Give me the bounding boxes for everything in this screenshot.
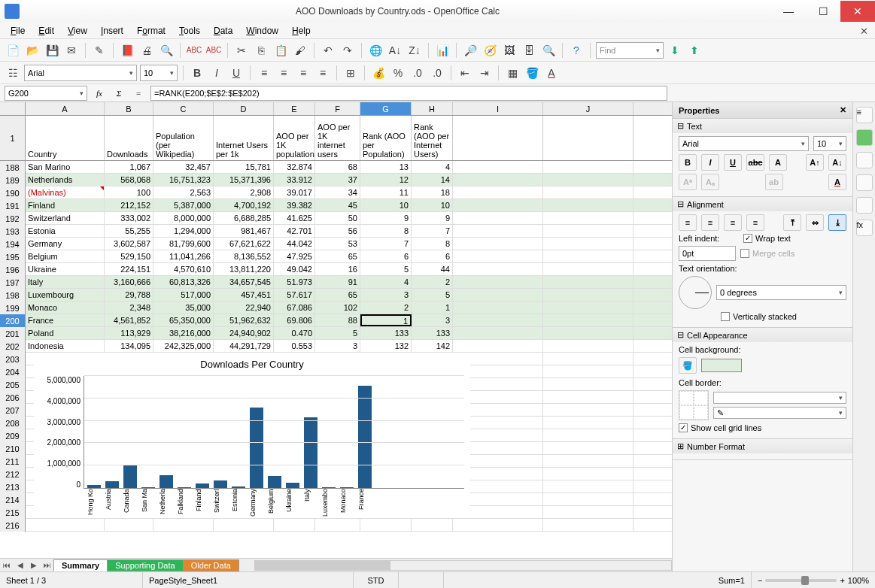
bold-icon[interactable]: B [189, 65, 205, 81]
cell[interactable] [543, 186, 633, 199]
find-input[interactable]: Find▾ [596, 42, 664, 59]
cell[interactable] [543, 506, 633, 518]
cell[interactable]: 29,788 [105, 289, 153, 301]
section-appearance[interactable]: ⊟ Cell Appearance [673, 328, 852, 342]
row-header[interactable]: 200 [0, 314, 26, 327]
cell[interactable]: 3,602,587 [105, 238, 153, 250]
merge-cells-checkbox[interactable]: Merge cells [740, 249, 794, 258]
cell[interactable]: 457,451 [214, 289, 274, 301]
cell[interactable]: 134,095 [105, 340, 153, 352]
zoom-out-icon[interactable]: − [758, 576, 762, 585]
cell[interactable]: (Malvinas) [26, 186, 105, 199]
help-icon[interactable]: ? [568, 42, 585, 59]
row-header[interactable]: 189 [0, 174, 26, 186]
cell[interactable] [543, 314, 633, 326]
panel-highlight-icon[interactable]: ab [765, 174, 783, 190]
cell[interactable]: France [26, 314, 105, 326]
cell[interactable]: 8,136,552 [214, 250, 274, 262]
font-size-input[interactable]: 10▾ [140, 65, 178, 81]
cell[interactable]: 88 [315, 314, 360, 326]
maximize-button[interactable]: ☐ [806, 1, 840, 22]
sheet-tab-older[interactable]: Older Data [183, 559, 239, 571]
tab-first-icon[interactable]: ⏮ [0, 561, 14, 569]
find-icon[interactable]: 🔎 [462, 42, 479, 59]
row-header[interactable]: 215 [0, 506, 26, 519]
cell[interactable]: 133 [360, 327, 412, 339]
panel-size-input[interactable]: 10▾ [813, 136, 846, 151]
cell[interactable] [543, 442, 633, 454]
cell[interactable]: 53 [315, 238, 360, 250]
sb-mode[interactable]: STD [354, 572, 399, 588]
sb-sheet[interactable]: Sheet 1 / 3 [0, 572, 143, 588]
cell[interactable]: 55,255 [105, 225, 153, 237]
cell[interactable]: Finland [26, 199, 105, 211]
find-next-icon[interactable]: ⬇ [667, 42, 683, 59]
row-header-1[interactable]: 1 [0, 116, 26, 160]
cell[interactable]: 37 [315, 174, 360, 186]
panel-shrink-icon[interactable]: A↓ [828, 154, 846, 171]
undo-icon[interactable]: ↶ [320, 42, 336, 59]
cell[interactable]: 2 [412, 276, 453, 288]
cell[interactable]: 4,561,852 [105, 314, 153, 326]
hyperlink-icon[interactable]: 🌐 [367, 42, 384, 59]
sum-icon[interactable]: Σ [111, 86, 126, 101]
cell[interactable]: 529,150 [105, 250, 153, 262]
cell[interactable]: 1 [412, 302, 453, 314]
cell[interactable]: 2 [360, 302, 412, 314]
panel-grow-icon[interactable]: A↑ [806, 154, 824, 171]
cell[interactable]: 67.086 [274, 302, 315, 314]
row-header[interactable]: 214 [0, 493, 26, 506]
cell[interactable] [543, 212, 633, 224]
redo-icon[interactable]: ↷ [339, 42, 356, 59]
section-alignment[interactable]: ⊟ Alignment [673, 197, 852, 211]
chart[interactable]: Downloads Per Country5,000,0004,000,0003… [34, 353, 470, 518]
row-header[interactable]: 209 [0, 429, 26, 442]
zoom-value[interactable]: 100% [848, 576, 869, 585]
panel-valign-top-icon[interactable]: ⤒ [783, 214, 801, 231]
row-header[interactable]: 193 [0, 225, 26, 238]
row-header[interactable]: 199 [0, 302, 26, 314]
cell[interactable]: 42.701 [274, 225, 315, 237]
cell[interactable] [543, 276, 633, 288]
currency-icon[interactable]: 💰 [370, 65, 387, 81]
cell[interactable] [453, 327, 543, 339]
cell[interactable]: Indonesia [26, 340, 105, 352]
find-prev-icon[interactable]: ⬆ [686, 42, 703, 59]
cell[interactable] [543, 404, 633, 416]
cell[interactable]: 6,688,285 [214, 212, 274, 224]
percent-icon[interactable]: % [390, 65, 406, 81]
row-header[interactable]: 194 [0, 238, 26, 250]
panel-align-center-icon[interactable]: ≡ [701, 214, 719, 231]
border-diagram[interactable] [679, 390, 709, 420]
row-header[interactable]: 206 [0, 391, 26, 404]
cell[interactable]: 333,002 [105, 212, 153, 224]
col-header-d[interactable]: D [214, 102, 274, 115]
zoom-icon[interactable]: 🔍 [540, 42, 557, 59]
menu-data[interactable]: Data [208, 24, 238, 38]
menu-file[interactable]: File [5, 24, 31, 38]
remove-decimal-icon[interactable]: .0 [429, 65, 445, 81]
chart-icon[interactable]: 📊 [434, 42, 451, 59]
sb-insert[interactable] [399, 572, 444, 588]
cell[interactable]: 39.382 [274, 199, 315, 211]
cell[interactable]: 5 [315, 327, 360, 339]
cell[interactable]: 0.553 [274, 340, 315, 352]
underline-icon[interactable]: U [228, 65, 245, 81]
cell[interactable]: Luxembourg [26, 289, 105, 301]
strip-menu-icon[interactable]: ≡ [856, 107, 873, 123]
strip-styles-icon[interactable] [856, 152, 873, 168]
panel-valign-mid-icon[interactable]: ⇔ [806, 214, 824, 231]
row-header[interactable]: 192 [0, 212, 26, 225]
cell[interactable]: 16,751,323 [153, 174, 214, 186]
cell[interactable]: Italy [26, 276, 105, 288]
indent-input[interactable]: 0pt [679, 246, 736, 261]
zoom-in-icon[interactable]: + [840, 576, 844, 585]
cell[interactable] [543, 250, 633, 262]
cell[interactable]: 15,781 [214, 161, 274, 173]
font-name-input[interactable]: Arial▾ [24, 65, 137, 81]
cell[interactable]: Ukraine [26, 263, 105, 275]
merge-icon[interactable]: ⊞ [342, 65, 359, 81]
cell[interactable]: 7 [412, 225, 453, 237]
function-wizard-icon[interactable]: fx [92, 86, 107, 101]
orientation-input[interactable]: 0 degrees▾ [716, 285, 846, 300]
